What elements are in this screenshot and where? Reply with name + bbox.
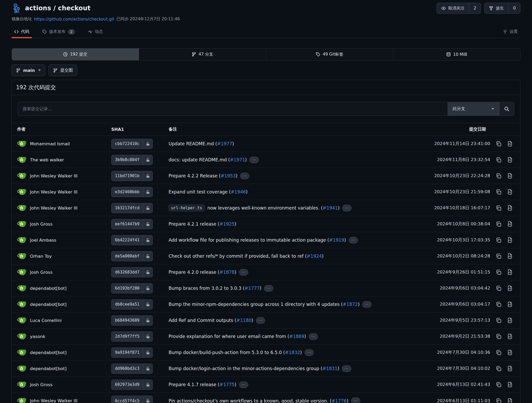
commit-message[interactable]: Add workflow file for publishing release…: [169, 237, 346, 243]
commit-sha[interactable]: 11bd71901b: [112, 171, 143, 181]
browse-source-button[interactable]: [507, 237, 513, 243]
pr-link[interactable]: #1180: [236, 318, 252, 323]
expand-commit-button[interactable]: ···: [249, 157, 259, 163]
commit-sha[interactable]: 3b9b8c884f: [112, 155, 143, 165]
browse-source-button[interactable]: [507, 334, 513, 339]
expand-commit-button[interactable]: ···: [342, 205, 351, 211]
pr-link[interactable]: #1946: [231, 189, 246, 195]
commit-sha[interactable]: 2d7d9f7ff5: [112, 332, 143, 341]
commit-message[interactable]: docs: update README.md (#1971): [169, 157, 247, 162]
commit-sha[interactable]: e3d2460bbb: [112, 187, 143, 197]
copy-sha-button[interactable]: [496, 350, 501, 355]
commit-sha[interactable]: 163217dfcd: [112, 203, 143, 213]
copy-sha-button[interactable]: [496, 317, 501, 323]
commit-message[interactable]: Add Ref and Commit outputs (#1180): [169, 318, 253, 323]
commit-sha-badge[interactable]: dd960bd3c3: [111, 364, 153, 374]
fork-button[interactable]: 派生 0: [484, 3, 520, 14]
commit-sha[interactable]: db0cee9a51: [112, 300, 143, 309]
copy-sha-button[interactable]: [496, 301, 501, 307]
browse-source-button[interactable]: [507, 173, 513, 179]
pr-link[interactable]: #1971: [230, 157, 245, 162]
expand-commit-button[interactable]: ···: [240, 173, 249, 179]
mirror-url-link[interactable]: https://github.com/actions/checkout.git: [34, 17, 114, 22]
commit-sha-badge[interactable]: 9a9194f871: [111, 347, 153, 358]
commit-sha-badge[interactable]: eef61447b9: [111, 219, 153, 229]
copy-sha-button[interactable]: [496, 173, 501, 179]
copy-sha-button[interactable]: [496, 141, 501, 147]
pr-link[interactable]: #1869: [289, 334, 305, 339]
pr-link[interactable]: #1832: [285, 350, 300, 355]
browse-source-button[interactable]: [507, 350, 513, 355]
commit-sha-badge[interactable]: 2d7d9f7ff5: [111, 331, 153, 342]
expand-commit-button[interactable]: ···: [351, 397, 360, 403]
commit-sha[interactable]: 692973e3d9: [112, 380, 143, 390]
browse-source-button[interactable]: [507, 221, 513, 227]
commit-sha-badge[interactable]: 6ccd57f4c5: [111, 396, 153, 403]
browse-source-button[interactable]: [507, 285, 513, 291]
commit-message[interactable]: Bump docker/build-push-action from 5.3.0…: [169, 350, 302, 355]
commit-sha[interactable]: de5a000abf: [112, 251, 143, 261]
commit-sha[interactable]: 6b42224f41: [112, 235, 143, 245]
copy-sha-button[interactable]: [496, 285, 501, 291]
browse-source-button[interactable]: [507, 189, 513, 195]
browse-source-button[interactable]: [507, 317, 513, 323]
expand-commit-button[interactable]: ···: [264, 285, 273, 292]
pr-link[interactable]: #1924: [307, 253, 322, 259]
commit-sha[interactable]: eef61447b9: [112, 219, 143, 229]
browse-source-button[interactable]: [507, 382, 513, 387]
fork-count[interactable]: 0: [508, 3, 520, 13]
pr-link[interactable]: #1777: [245, 286, 260, 291]
copy-sha-button[interactable]: [496, 334, 501, 339]
pr-link[interactable]: #1941: [323, 205, 338, 211]
copy-sha-button[interactable]: [496, 253, 501, 259]
commit-sha[interactable]: b684943689: [112, 316, 143, 325]
browse-source-button[interactable]: [507, 253, 513, 259]
browse-source-button[interactable]: [507, 366, 513, 371]
commit-sha-badge[interactable]: db0cee9a51: [111, 299, 153, 310]
commit-message[interactable]: Prepare 4.1.7 release (#1775): [169, 382, 236, 387]
browse-source-button[interactable]: [507, 301, 513, 307]
commit-search-input[interactable]: [18, 102, 448, 116]
copy-sha-button[interactable]: [496, 269, 501, 275]
pr-link[interactable]: #1919: [329, 237, 344, 243]
branch-filter-dropdown[interactable]: 此分支: [448, 102, 499, 116]
browse-source-button[interactable]: [507, 398, 513, 403]
pr-link[interactable]: #1831: [322, 366, 338, 371]
expand-commit-button[interactable]: ···: [256, 317, 265, 324]
tab-activity[interactable]: 动态: [85, 26, 106, 38]
commit-graph-button[interactable]: 提交图: [49, 64, 77, 76]
browse-source-button[interactable]: [507, 269, 513, 275]
commit-message[interactable]: Pin actions/checkout's own workflows to …: [169, 398, 348, 403]
copy-sha-button[interactable]: [496, 221, 501, 227]
expand-commit-button[interactable]: ···: [309, 333, 318, 340]
commit-sha-badge[interactable]: de5a000abf: [111, 251, 153, 261]
copy-sha-button[interactable]: [496, 157, 501, 163]
commit-sha-badge[interactable]: b684943689: [111, 315, 153, 326]
pr-link[interactable]: #1953: [221, 173, 236, 178]
commit-sha-badge[interactable]: 692973e3d9: [111, 380, 153, 390]
commit-message[interactable]: Update README.md (#1977): [169, 141, 234, 146]
copy-sha-button[interactable]: [496, 366, 501, 371]
pr-link[interactable]: #1925: [219, 221, 235, 227]
copy-sha-button[interactable]: [496, 398, 501, 403]
pr-link[interactable]: #1775: [219, 382, 235, 387]
pr-link[interactable]: #1977: [217, 141, 232, 146]
commit-sha-badge[interactable]: 11bd71901b: [111, 171, 153, 181]
browse-source-button[interactable]: [507, 141, 513, 147]
watch-count[interactable]: 2: [469, 3, 481, 13]
commit-message[interactable]: Prepare 4.2.2 Release (#1953): [169, 173, 237, 178]
pr-link[interactable]: #1776: [332, 398, 347, 403]
commit-sha-badge[interactable]: e3d2460bbb: [111, 187, 153, 197]
commit-message[interactable]: Prepare 4.2.0 release (#1878): [169, 270, 236, 275]
commit-message[interactable]: Bump braces from 3.0.2 to 3.0.3 (#1777): [169, 286, 261, 291]
tab-code[interactable]: 代码: [12, 26, 32, 38]
expand-commit-button[interactable]: ···: [239, 381, 248, 388]
copy-sha-button[interactable]: [496, 189, 501, 195]
browse-source-button[interactable]: [507, 205, 513, 211]
commit-sha-badge[interactable]: 3b9b8c884f: [111, 155, 153, 165]
stat-tags[interactable]: 49 Git标签: [266, 48, 393, 60]
expand-commit-button[interactable]: ···: [239, 269, 248, 276]
commit-search-button[interactable]: [499, 102, 514, 116]
expand-commit-button[interactable]: ···: [362, 301, 371, 308]
commit-sha[interactable]: 6d193bf280: [112, 283, 143, 293]
